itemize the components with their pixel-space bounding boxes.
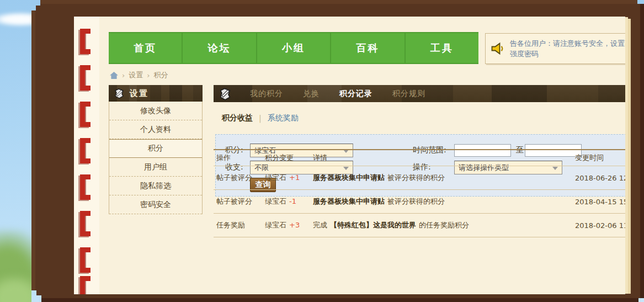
sidebar-header: 设置 <box>109 85 203 102</box>
subtab-system-reward[interactable]: 系统奖励 <box>268 113 299 123</box>
binder-ring <box>80 29 91 54</box>
log-subtabs: 积分收益 | 系统奖励 <box>222 113 299 123</box>
sidebar-item-password[interactable]: 密码安全 <box>109 195 202 214</box>
row-action: 任务奖励 <box>216 220 265 230</box>
detail-task-link[interactable]: 【特殊红包】这是我的世界 <box>330 221 416 229</box>
row-change: 绿宝石+3 <box>265 220 313 230</box>
breadcrumb-separator: › <box>122 71 125 80</box>
frame-notch <box>31 295 41 302</box>
breadcrumb-credits[interactable]: 积分 <box>153 70 168 80</box>
main-navigation: 首页 论坛 小组 百科 工具 <box>109 32 478 64</box>
quill-book-icon <box>218 87 232 100</box>
page: 首页 论坛 小组 百科 工具 告各位用户：请注意账号安全，设置高强度密码 <box>74 17 625 294</box>
minecraft-forum-settings-page: 首页 论坛 小组 百科 工具 告各位用户：请注意账号安全，设置高强度密码 <box>0 0 644 302</box>
frame-notch <box>638 298 644 302</box>
nav-tab-groups[interactable]: 小组 <box>257 33 331 63</box>
table-row: 帖子被评分 绿宝石+1 服务器板块集中申请贴被评分获得的积分 2018-06-2… <box>214 166 625 190</box>
tab-exchange[interactable]: 兑换 <box>303 89 320 99</box>
detail-thread-link[interactable]: 服务器板块集中申请贴 <box>313 197 385 205</box>
binder-ring <box>80 247 91 273</box>
sidebar-item-privacy[interactable]: 隐私筛选 <box>109 177 202 195</box>
sidebar-item-credits[interactable]: 积分 <box>109 139 202 158</box>
row-action: 帖子被评分 <box>216 173 265 183</box>
frame-notch <box>31 290 36 295</box>
frame-notch <box>31 0 40 6</box>
frame-notch <box>31 6 36 10</box>
breadcrumb: › 设置 › 积分 <box>110 70 168 80</box>
credit-log-table: 操作 积分变更 详情 变更时间 帖子被评分 绿宝石+1 服务器板块集中申请贴被评… <box>214 149 625 237</box>
tab-credit-log[interactable]: 积分记录 <box>339 89 372 99</box>
detail-thread-link[interactable]: 服务器板块集中申请贴 <box>313 173 385 182</box>
credits-tabs: 我的积分 兑换 积分记录 积分规则 <box>250 89 425 99</box>
speaker-icon <box>490 41 505 56</box>
binder-ring <box>80 65 91 91</box>
settings-sidebar: 设置 修改头像 个人资料 积分 用户组 隐私筛选 密码安全 <box>109 85 203 214</box>
change-value: +1 <box>289 173 300 182</box>
tab-my-credits[interactable]: 我的积分 <box>250 89 283 99</box>
row-time: 2018-04-15 15:18 <box>575 198 625 206</box>
col-change: 积分变更 <box>265 153 313 163</box>
row-detail: 服务器板块集中申请贴被评分获得的积分 <box>313 197 575 206</box>
binder-ring <box>80 138 91 163</box>
row-change: 绿宝石+1 <box>265 173 313 183</box>
binder-ring <box>80 102 91 127</box>
page-stack-edge <box>625 17 628 294</box>
change-value: +3 <box>289 221 300 229</box>
table-row: 帖子被评分 绿宝石-1 服务器板块集中申请贴被评分获得的积分 2018-04-1… <box>214 190 625 214</box>
nav-tab-tools[interactable]: 工具 <box>406 33 478 63</box>
frame-notch <box>637 0 644 4</box>
row-time: 2018-02-06 11:24 <box>575 221 625 230</box>
row-detail: 服务器板块集中申请贴被评分获得的积分 <box>313 173 575 183</box>
breadcrumb-settings[interactable]: 设置 <box>129 70 143 80</box>
sidebar-item-profile[interactable]: 个人资料 <box>109 120 202 139</box>
row-change: 绿宝石-1 <box>265 197 313 206</box>
col-detail: 详情 <box>313 153 575 163</box>
change-value: -1 <box>289 197 296 205</box>
announcement-banner[interactable]: 告各位用户：请注意账号安全，设置高强度密码 <box>485 33 625 64</box>
table-header-row: 操作 积分变更 详情 变更时间 <box>214 150 625 166</box>
table-row: 任务奖励 绿宝石+3 完成【特殊红包】这是我的世界的任务奖励积分 2018-02… <box>214 214 625 237</box>
sidebar-title: 设置 <box>130 88 148 99</box>
row-action: 帖子被评分 <box>216 197 265 206</box>
quill-book-icon <box>113 88 125 99</box>
credits-header-bar: 我的积分 兑换 积分记录 积分规则 <box>214 85 625 102</box>
nav-tab-wiki[interactable]: 百科 <box>331 33 405 63</box>
col-action: 操作 <box>216 153 265 163</box>
subtab-credit-income[interactable]: 积分收益 <box>222 113 253 123</box>
sidebar-item-avatar[interactable]: 修改头像 <box>109 102 202 120</box>
sidebar-menu: 修改头像 个人资料 积分 用户组 隐私筛选 密码安全 <box>109 102 203 214</box>
book-frame: 首页 论坛 小组 百科 工具 告各位用户：请注意账号安全，设置高强度密码 <box>31 0 644 302</box>
announcement-text: 告各位用户：请注意账号安全，设置高强度密码 <box>510 38 625 60</box>
row-detail: 完成【特殊红包】这是我的世界的任务奖励积分 <box>313 220 575 230</box>
breadcrumb-separator: › <box>147 71 150 80</box>
nav-tab-home[interactable]: 首页 <box>109 33 183 63</box>
binder-ring <box>80 276 91 294</box>
col-time: 变更时间 <box>575 153 625 163</box>
row-time: 2018-06-26 12:44 <box>575 174 625 182</box>
sidebar-item-usergroup[interactable]: 用户组 <box>109 158 202 177</box>
nav-tab-forum[interactable]: 论坛 <box>183 33 257 63</box>
home-icon[interactable] <box>110 72 118 79</box>
binder-ring <box>80 174 91 200</box>
subtab-separator: | <box>259 114 262 123</box>
tab-credit-rules[interactable]: 积分规则 <box>392 89 425 99</box>
binder-ring <box>80 211 91 236</box>
